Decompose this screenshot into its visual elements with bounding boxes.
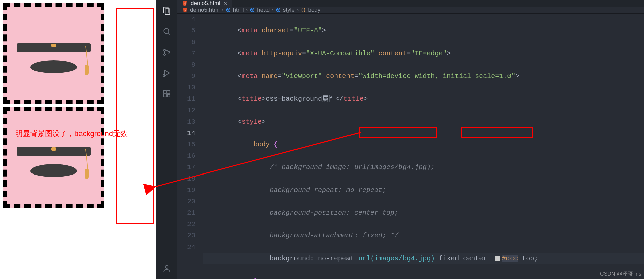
search-icon[interactable] <box>162 27 171 36</box>
tab-bar: 5 demo5.html ✕ <box>177 0 644 7</box>
cube-icon <box>226 7 231 13</box>
chevron-right-icon: › <box>246 7 248 13</box>
svg-point-13 <box>165 265 168 268</box>
svg-rect-0 <box>164 7 168 13</box>
run-debug-icon[interactable] <box>162 68 171 78</box>
hat-image <box>20 30 87 77</box>
crumb-body[interactable]: body <box>308 7 320 13</box>
crumb-style[interactable]: style <box>283 7 295 13</box>
annotation-url-box <box>359 127 437 138</box>
crumb-head[interactable]: head <box>257 7 270 13</box>
editor-main: 5 demo5.html ✕ 5 demo5.html › html › hea… <box>177 0 644 279</box>
preview-box-1 <box>3 3 104 104</box>
preview-box-2 <box>3 107 104 208</box>
browser-preview: 明显背景图没了，background无效 <box>0 0 156 279</box>
svg-line-3 <box>168 33 170 35</box>
html-file-icon: 5 <box>182 7 188 13</box>
explorer-icon[interactable] <box>162 6 171 15</box>
chevron-right-icon: › <box>222 7 224 13</box>
chevron-right-icon: › <box>297 7 299 13</box>
svg-rect-10 <box>167 90 170 93</box>
crumb-file[interactable]: demo5.html <box>190 7 220 13</box>
editor: 5 demo5.html ✕ 5 demo5.html › html › hea… <box>156 0 644 279</box>
svg-rect-1 <box>165 9 170 14</box>
svg-point-2 <box>164 28 169 33</box>
annotation-rect <box>116 8 154 224</box>
source-control-icon[interactable] <box>162 48 171 57</box>
account-icon[interactable] <box>162 264 171 273</box>
svg-rect-9 <box>163 90 166 93</box>
hat-image <box>20 134 87 181</box>
annotation-text: 明显背景图没了，background无效 <box>15 129 128 139</box>
tab-demo5[interactable]: 5 demo5.html ✕ <box>177 0 232 7</box>
svg-text:5: 5 <box>184 2 185 5</box>
root: 明显背景图没了，background无效 <box>0 0 644 279</box>
crumb-html[interactable]: html <box>233 7 244 13</box>
chevron-right-icon: › <box>272 7 274 13</box>
svg-rect-12 <box>167 94 170 97</box>
svg-rect-11 <box>163 94 166 97</box>
code-area[interactable]: 456789101112131415161718192021222324 <me… <box>177 14 644 279</box>
breadcrumb[interactable]: 5 demo5.html › html › head › style › bod… <box>177 7 644 14</box>
svg-point-5 <box>164 54 165 55</box>
close-icon[interactable]: ✕ <box>223 0 227 7</box>
annotation-color-box <box>461 127 533 138</box>
cube-icon <box>250 7 255 13</box>
cube-icon <box>276 7 281 13</box>
code-content[interactable]: <meta charset="UTF-8"> <meta http-equiv=… <box>203 14 644 279</box>
brace-icon <box>301 7 306 13</box>
color-swatch-ccc <box>495 256 500 261</box>
html-file-icon: 5 <box>182 0 188 6</box>
svg-point-4 <box>164 49 165 51</box>
line-gutter: 456789101112131415161718192021222324 <box>177 14 203 279</box>
activity-bar <box>156 0 177 279</box>
tab-filename: demo5.html <box>191 0 220 7</box>
extensions-icon[interactable] <box>162 89 171 98</box>
